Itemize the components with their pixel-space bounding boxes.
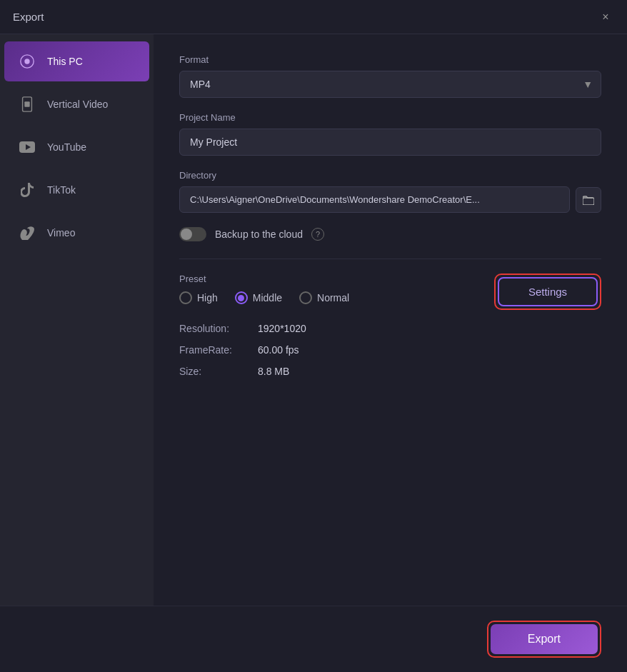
sidebar-item-tiktok[interactable]: TikTok (4, 170, 149, 210)
sidebar-label-vertical-video: Vertical Video (47, 99, 108, 110)
svg-rect-6 (583, 198, 594, 205)
radio-label-normal: Normal (317, 292, 349, 304)
export-area: Export (0, 606, 627, 672)
size-key: Size: (179, 366, 258, 377)
directory-input[interactable]: C:\Users\Aigner\OneDrive\Documents\Wonde… (179, 186, 570, 213)
main-content: This PC Vertical Video YouTube (0, 34, 627, 606)
preset-label: Preset (179, 274, 349, 284)
info-resolution-row: Resolution: 1920*1020 (179, 323, 601, 334)
radio-outer-normal (299, 291, 312, 304)
radio-middle[interactable]: Middle (235, 291, 282, 304)
info-framerate-row: FrameRate: 60.00 fps (179, 344, 601, 356)
project-name-label: Project Name (179, 112, 601, 123)
toggle-knob (181, 229, 192, 240)
directory-row: C:\Users\Aigner\OneDrive\Documents\Wonde… (179, 186, 601, 213)
format-select[interactable]: MP4 MOV AVI MKV (179, 71, 601, 98)
browse-button[interactable] (576, 187, 601, 213)
radio-inner-middle (238, 295, 244, 301)
export-button[interactable]: Export (491, 624, 598, 654)
sidebar-label-tiktok: TikTok (47, 184, 76, 196)
svg-rect-3 (24, 101, 29, 106)
sidebar-item-youtube[interactable]: YouTube (4, 127, 149, 167)
tiktok-icon (17, 180, 37, 200)
directory-label: Directory (179, 170, 601, 181)
preset-left: Preset High Middle (179, 274, 349, 304)
format-select-wrapper: MP4 MOV AVI MKV ▼ (179, 71, 601, 98)
radio-outer-high (179, 291, 192, 304)
settings-button-wrapper: Settings (494, 274, 601, 310)
svg-point-1 (24, 59, 29, 64)
sidebar-item-vimeo[interactable]: Vimeo (4, 213, 149, 253)
preset-radio-group: High Middle Normal (179, 291, 349, 304)
radio-normal[interactable]: Normal (299, 291, 349, 304)
backup-toggle[interactable] (179, 227, 206, 241)
sidebar-item-this-pc[interactable]: This PC (4, 41, 149, 81)
radio-label-middle: Middle (253, 292, 282, 304)
info-size-row: Size: 8.8 MB (179, 366, 601, 377)
backup-label: Backup to the cloud (215, 229, 303, 240)
sidebar: This PC Vertical Video YouTube (0, 34, 154, 606)
vimeo-icon (17, 223, 37, 243)
info-grid: Resolution: 1920*1020 FrameRate: 60.00 f… (179, 323, 601, 377)
sidebar-label-vimeo: Vimeo (47, 227, 75, 239)
close-button[interactable]: × (597, 9, 614, 26)
dialog-title: Export (13, 11, 44, 23)
settings-button[interactable]: Settings (498, 277, 598, 306)
export-button-wrapper: Export (487, 621, 601, 658)
sidebar-label-youtube: YouTube (47, 141, 86, 153)
resolution-value: 1920*1020 (258, 323, 306, 334)
sidebar-item-vertical-video[interactable]: Vertical Video (4, 84, 149, 124)
divider (179, 259, 601, 259)
framerate-key: FrameRate: (179, 344, 258, 356)
resolution-key: Resolution: (179, 323, 258, 334)
this-pc-icon (17, 51, 37, 71)
title-bar: Export × (0, 0, 627, 34)
vertical-video-icon (17, 94, 37, 114)
preset-header: Preset High Middle (179, 274, 601, 310)
radio-label-high: High (197, 292, 218, 304)
youtube-icon (17, 137, 37, 157)
backup-row: Backup to the cloud ? (179, 227, 601, 241)
format-label: Format (179, 54, 601, 65)
project-name-input[interactable] (179, 129, 601, 156)
help-icon[interactable]: ? (311, 228, 324, 241)
size-value: 8.8 MB (258, 366, 289, 377)
framerate-value: 60.00 fps (258, 344, 299, 356)
export-panel: Format MP4 MOV AVI MKV ▼ Project Name Di… (154, 34, 627, 606)
radio-outer-middle (235, 291, 248, 304)
sidebar-label-this-pc: This PC (47, 56, 83, 67)
radio-high[interactable]: High (179, 291, 218, 304)
